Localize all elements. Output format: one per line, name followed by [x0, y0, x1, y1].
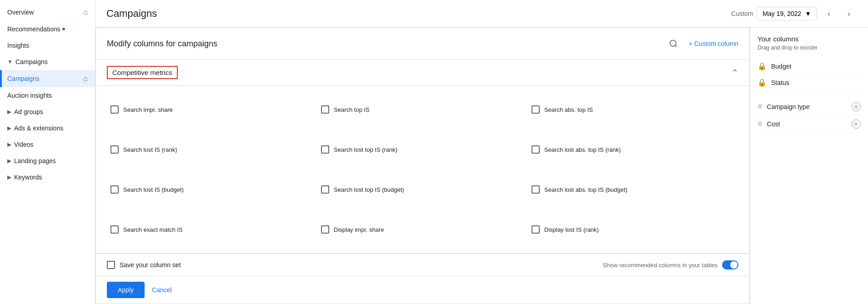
arrow-right-icon: ▶	[7, 141, 11, 148]
svg-point-0	[670, 40, 676, 46]
lock-icon: 🔒	[758, 78, 767, 87]
next-date-button[interactable]: ›	[841, 5, 857, 22]
metric-item-search-lost-abs-top-is-budget[interactable]: Search lost abs. top IS (budget)	[528, 169, 738, 209]
custom-label: Custom	[731, 10, 753, 17]
editor-title: Modify columns for campaigns	[107, 39, 658, 49]
sidebar-item-label: Auction insights	[7, 92, 52, 99]
sidebar-item-insights[interactable]: Insights	[0, 37, 95, 54]
home-icon: ⌂	[83, 75, 88, 83]
metric-label: Search lost top IS (rank)	[334, 146, 397, 153]
sidebar-item-videos[interactable]: ▶ Videos	[0, 136, 95, 153]
metric-item-search-abs-top-is[interactable]: Search abs. top IS	[528, 90, 738, 130]
sidebar-item-keywords[interactable]: ▶ Keywords	[0, 169, 95, 185]
page-title: Campaigns	[106, 8, 731, 20]
metric-item-search-lost-top-is-budget[interactable]: Search lost top IS (budget)	[317, 169, 528, 209]
checkbox-search-lost-is-rank[interactable]	[110, 145, 119, 154]
save-column-set-label: Save your column set	[120, 261, 181, 269]
sidebar-item-label: Overview	[7, 9, 34, 16]
metric-label: Search impr. share	[123, 106, 173, 113]
arrow-down-icon: ▼	[7, 59, 13, 65]
prev-date-button[interactable]: ‹	[821, 5, 837, 22]
custom-column-button[interactable]: + Custom column	[689, 40, 738, 47]
remove-cost-button[interactable]: ✕	[852, 120, 861, 129]
checkbox-search-lost-top-is-budget[interactable]	[321, 185, 329, 194]
column-name-cost: Cost	[767, 120, 847, 128]
home-icon: ⌂	[83, 8, 88, 16]
remove-campaign-type-button[interactable]: ✕	[852, 102, 861, 111]
arrow-right-icon: ▶	[7, 174, 11, 180]
main-content: Campaigns Custom May 19, 2022 ▼ ‹ › Modi…	[95, 0, 868, 304]
drag-handle-icon: ≡	[758, 119, 763, 129]
sidebar-item-landing-pages[interactable]: ▶ Landing pages	[0, 153, 95, 169]
metric-label: Search lost top IS (budget)	[334, 186, 404, 193]
sidebar-item-label: Recommendations	[7, 25, 60, 33]
checkbox-search-lost-is-budget[interactable]	[110, 185, 119, 194]
show-recommended-area: Show recommended columns in your tables	[603, 260, 738, 269]
editor-header: Modify columns for campaigns + Custom co…	[96, 28, 749, 60]
column-name-status: Status	[771, 79, 861, 86]
header-controls: Custom May 19, 2022 ▼ ‹ ›	[731, 5, 857, 22]
metric-item-search-impr-share[interactable]: Search impr. share	[107, 90, 317, 130]
metric-item-search-top-is[interactable]: Search top IS	[317, 90, 528, 130]
modal-area: Modify columns for campaigns + Custom co…	[95, 28, 868, 304]
chevron-right-icon: ›	[848, 9, 850, 19]
metric-label: Display lost IS (rank)	[544, 226, 599, 233]
checkbox-search-lost-abs-top-is-rank[interactable]	[532, 145, 540, 154]
sidebar-item-ads-extensions[interactable]: ▶ Ads & extensions	[0, 120, 95, 136]
metric-item-search-lost-abs-top-is-rank[interactable]: Search lost abs. top IS (rank)	[528, 130, 738, 169]
sidebar-item-ad-groups[interactable]: ▶ Ad groups	[0, 104, 95, 120]
custom-column-label: + Custom column	[689, 40, 738, 47]
sidebar-item-recommendations[interactable]: Recommendations	[0, 21, 95, 37]
checkbox-search-lost-top-is-rank[interactable]	[321, 145, 329, 154]
checkbox-search-impr-share[interactable]	[110, 105, 119, 114]
section-header: Competitive metrics ⌃	[96, 60, 749, 86]
metric-item-search-exact-match-is[interactable]: Search exact match IS	[107, 209, 317, 249]
metric-label: Search top IS	[334, 106, 370, 113]
checkbox-save-column-set[interactable]	[107, 261, 115, 269]
checkbox-search-exact-match-is[interactable]	[110, 225, 119, 234]
metric-item-display-impr-share[interactable]: Display impr. share	[317, 209, 528, 249]
sidebar-item-campaigns[interactable]: Campaigns ⌂	[0, 70, 95, 87]
arrow-right-icon: ▶	[7, 125, 11, 131]
metric-item-search-lost-is-rank[interactable]: Search lost IS (rank)	[107, 130, 317, 169]
date-range-label: May 19, 2022	[763, 10, 801, 17]
show-recommended-label: Show recommended columns in your tables	[603, 262, 717, 269]
column-editor: Modify columns for campaigns + Custom co…	[95, 28, 750, 304]
column-item-cost[interactable]: ≡ Cost ✕	[758, 115, 861, 133]
column-item-campaign-type[interactable]: ≡ Campaign type ✕	[758, 98, 861, 115]
sidebar-item-label: Campaigns	[15, 58, 48, 65]
sidebar-item-overview[interactable]: Overview ⌂	[0, 4, 95, 21]
metric-item-display-lost-is-rank[interactable]: Display lost IS (rank)	[528, 209, 738, 249]
checkbox-search-lost-abs-top-is-budget[interactable]	[532, 185, 540, 194]
apply-button[interactable]: Apply	[107, 282, 145, 298]
sidebar-item-campaigns-parent[interactable]: ▼ Campaigns	[0, 54, 95, 70]
checkbox-display-lost-is-rank[interactable]	[532, 225, 540, 234]
sidebar-item-auction-insights[interactable]: Auction insights	[0, 87, 95, 104]
checkbox-search-top-is[interactable]	[321, 105, 329, 114]
metric-label: Search lost abs. top IS (budget)	[544, 186, 627, 193]
sidebar: Overview ⌂ Recommendations Insights ▼ Ca…	[0, 0, 95, 304]
metric-label: Search lost IS (rank)	[123, 146, 177, 153]
collapse-section-button[interactable]: ⌃	[732, 68, 738, 78]
sidebar-item-label: Ads & extensions	[14, 125, 63, 132]
checkbox-display-impr-share[interactable]	[321, 225, 329, 234]
search-icon	[669, 39, 678, 48]
metric-label: Search exact match IS	[123, 226, 183, 233]
metric-item-search-lost-is-budget[interactable]: Search lost IS (budget)	[107, 169, 317, 209]
sidebar-item-label: Keywords	[14, 174, 42, 181]
search-button[interactable]	[665, 35, 682, 52]
drag-handle-icon: ≡	[758, 102, 763, 111]
metric-label: Search lost IS (budget)	[123, 186, 184, 193]
section-title: Competitive metrics	[107, 66, 178, 79]
active-indicator	[0, 70, 2, 87]
column-item-budget: 🔒 Budget	[758, 58, 861, 75]
save-column-set-item[interactable]: Save your column set	[107, 261, 181, 269]
metric-item-search-lost-top-is-rank[interactable]: Search lost top IS (rank)	[317, 130, 528, 169]
cancel-button[interactable]: Cancel	[152, 286, 172, 294]
show-recommended-toggle[interactable]	[722, 260, 738, 269]
checkbox-search-abs-top-is[interactable]	[532, 105, 540, 114]
date-range-button[interactable]: May 19, 2022 ▼	[757, 7, 817, 20]
metric-label: Search lost abs. top IS (rank)	[544, 146, 621, 153]
notification-dot	[62, 28, 65, 30]
sidebar-item-label: Videos	[14, 141, 34, 148]
